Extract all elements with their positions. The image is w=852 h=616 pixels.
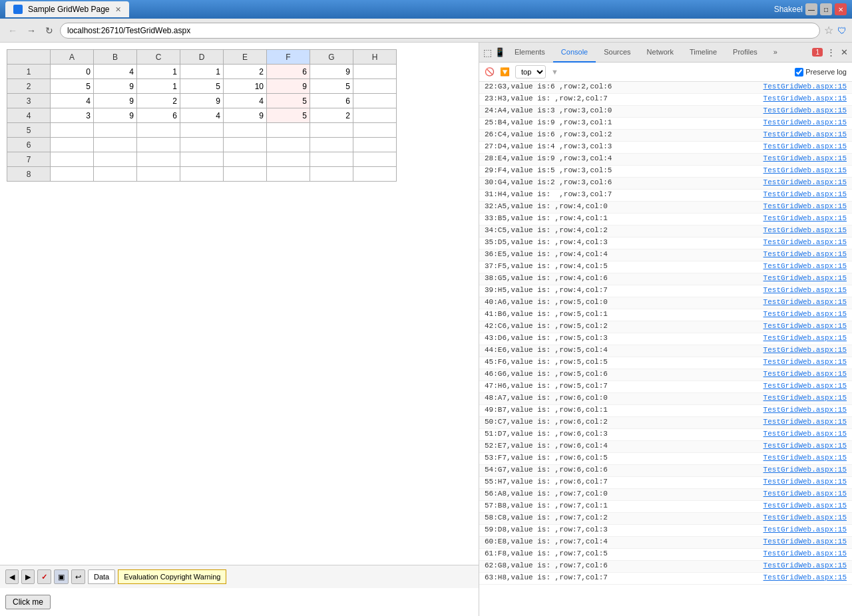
grid-cell[interactable] xyxy=(267,152,310,167)
grid-cell[interactable]: 1 xyxy=(180,65,224,79)
grid-cell[interactable] xyxy=(267,167,310,182)
inspect-element-icon[interactable]: ⬚ xyxy=(482,46,493,59)
console-line-link[interactable]: TestGridWeb.aspx:15 xyxy=(763,478,847,486)
console-line-link[interactable]: TestGridWeb.aspx:15 xyxy=(763,573,847,581)
console-line-link[interactable]: TestGridWeb.aspx:15 xyxy=(763,490,847,498)
tab-sources[interactable]: Sources xyxy=(596,43,638,63)
save-button[interactable]: ▣ xyxy=(54,569,69,584)
console-output[interactable]: 22:G3,value is:6 ,row:2,col:6TestGridWeb… xyxy=(479,82,852,616)
grid-cell[interactable] xyxy=(310,167,353,182)
console-line-link[interactable]: TestGridWeb.aspx:15 xyxy=(763,406,847,414)
preserve-log-checkbox[interactable] xyxy=(795,68,803,77)
grid-cell[interactable] xyxy=(137,152,180,167)
grid-cell[interactable]: 2 xyxy=(310,108,353,123)
console-line-link[interactable]: TestGridWeb.aspx:15 xyxy=(763,430,847,438)
console-line-link[interactable]: TestGridWeb.aspx:15 xyxy=(763,154,847,162)
row-header[interactable]: 1 xyxy=(7,65,51,79)
grid-cell[interactable]: 9 xyxy=(94,94,137,108)
console-line-link[interactable]: TestGridWeb.aspx:15 xyxy=(763,549,847,557)
grid-cell[interactable]: 2 xyxy=(137,94,180,108)
col-header-h[interactable]: H xyxy=(353,50,397,65)
grid-cell[interactable]: 6 xyxy=(137,108,180,123)
col-header-g[interactable]: G xyxy=(310,50,353,65)
grid-cell[interactable] xyxy=(353,167,397,182)
console-line-link[interactable]: TestGridWeb.aspx:15 xyxy=(763,334,847,342)
tab-console[interactable]: Console xyxy=(553,43,596,63)
grid-cell[interactable]: 5 xyxy=(51,79,94,94)
console-line-link[interactable]: TestGridWeb.aspx:15 xyxy=(763,226,847,234)
console-line-link[interactable]: TestGridWeb.aspx:15 xyxy=(763,442,847,450)
grid-cell[interactable]: 1 xyxy=(137,79,180,94)
undo-button[interactable]: ↩ xyxy=(71,569,85,584)
grid-cell[interactable] xyxy=(353,152,397,167)
close-button[interactable]: ✕ xyxy=(835,3,847,15)
grid-cell[interactable]: 4 xyxy=(224,94,267,108)
grid-cell[interactable]: 4 xyxy=(51,94,94,108)
preserve-log-label[interactable]: Preserve log xyxy=(795,68,847,77)
tab-timeline[interactable]: Timeline xyxy=(682,43,725,63)
filter-icon[interactable]: 🔽 xyxy=(500,67,510,77)
grid-cell[interactable] xyxy=(224,152,267,167)
console-line-link[interactable]: TestGridWeb.aspx:15 xyxy=(763,190,847,198)
grid-cell[interactable]: 5 xyxy=(310,79,353,94)
back-button[interactable]: ← xyxy=(5,24,20,37)
console-line-link[interactable]: TestGridWeb.aspx:15 xyxy=(763,561,847,569)
grid-cell[interactable] xyxy=(51,152,94,167)
console-line-link[interactable]: TestGridWeb.aspx:15 xyxy=(763,346,847,354)
grid-cell[interactable] xyxy=(353,138,397,152)
grid-cell[interactable] xyxy=(353,65,397,79)
url-input[interactable] xyxy=(60,23,820,39)
grid-cell[interactable] xyxy=(51,138,94,152)
maximize-button[interactable]: □ xyxy=(820,3,832,15)
data-tab[interactable]: Data xyxy=(88,569,115,584)
row-header[interactable]: 6 xyxy=(7,138,51,152)
grid-cell[interactable]: 9 xyxy=(94,79,137,94)
console-line-link[interactable]: TestGridWeb.aspx:15 xyxy=(763,250,847,258)
grid-cell[interactable] xyxy=(137,123,180,138)
console-line-link[interactable]: TestGridWeb.aspx:15 xyxy=(763,82,847,90)
shield-button[interactable]: 🛡 xyxy=(837,25,847,36)
check-button[interactable]: ✓ xyxy=(37,569,51,584)
console-line-link[interactable]: TestGridWeb.aspx:15 xyxy=(763,262,847,270)
grid-cell[interactable] xyxy=(94,138,137,152)
device-toolbar-icon[interactable]: 📱 xyxy=(493,46,507,59)
grid-cell[interactable]: 10 xyxy=(224,79,267,94)
console-line-link[interactable]: TestGridWeb.aspx:15 xyxy=(763,274,847,282)
console-line-link[interactable]: TestGridWeb.aspx:15 xyxy=(763,466,847,474)
console-line-link[interactable]: TestGridWeb.aspx:15 xyxy=(763,370,847,378)
console-line-link[interactable]: TestGridWeb.aspx:15 xyxy=(763,502,847,510)
console-line-link[interactable]: TestGridWeb.aspx:15 xyxy=(763,514,847,522)
browser-tab[interactable]: Sample GridWeb Page ✕ xyxy=(5,1,129,17)
bookmark-button[interactable]: ☆ xyxy=(824,24,833,37)
col-header-b[interactable]: B xyxy=(94,50,137,65)
console-line-link[interactable]: TestGridWeb.aspx:15 xyxy=(763,298,847,306)
grid-cell[interactable] xyxy=(180,167,224,182)
console-line-link[interactable]: TestGridWeb.aspx:15 xyxy=(763,202,847,210)
tab-profiles[interactable]: Profiles xyxy=(725,43,765,63)
console-line-link[interactable]: TestGridWeb.aspx:15 xyxy=(763,286,847,294)
grid-cell[interactable] xyxy=(353,79,397,94)
row-header[interactable]: 8 xyxy=(7,167,51,182)
grid-cell[interactable] xyxy=(94,167,137,182)
grid-cell[interactable] xyxy=(180,152,224,167)
console-line-link[interactable]: TestGridWeb.aspx:15 xyxy=(763,526,847,534)
tab-network[interactable]: Network xyxy=(639,43,682,63)
tab-elements[interactable]: Elements xyxy=(507,43,553,63)
console-line-link[interactable]: TestGridWeb.aspx:15 xyxy=(763,178,847,186)
grid-cell[interactable]: 4 xyxy=(180,108,224,123)
grid-cell[interactable] xyxy=(94,123,137,138)
grid-cell[interactable] xyxy=(310,123,353,138)
console-line-link[interactable]: TestGridWeb.aspx:15 xyxy=(763,538,847,545)
grid-cell[interactable]: 6 xyxy=(267,65,310,79)
grid-cell[interactable] xyxy=(137,138,180,152)
grid-cell[interactable]: 1 xyxy=(137,65,180,79)
console-line-link[interactable]: TestGridWeb.aspx:15 xyxy=(763,238,847,246)
grid-cell[interactable]: 5 xyxy=(180,79,224,94)
col-header-e[interactable]: E xyxy=(224,50,267,65)
grid-cell[interactable]: 2 xyxy=(224,65,267,79)
console-line-link[interactable]: TestGridWeb.aspx:15 xyxy=(763,94,847,102)
grid-cell[interactable]: 0 xyxy=(51,65,94,79)
grid-cell[interactable] xyxy=(353,123,397,138)
console-line-link[interactable]: TestGridWeb.aspx:15 xyxy=(763,310,847,318)
prev-button[interactable]: ◀ xyxy=(5,569,19,584)
